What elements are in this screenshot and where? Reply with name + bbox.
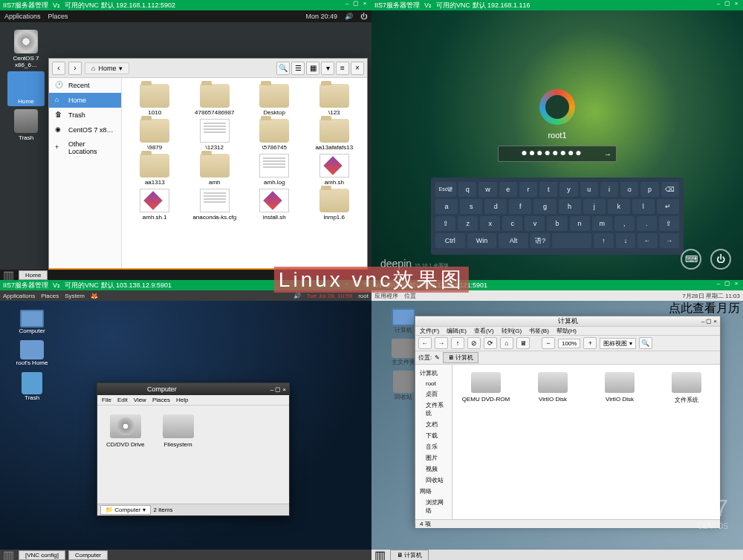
- sidebar-item[interactable]: 视频: [415, 463, 452, 475]
- key[interactable]: Esc键: [435, 182, 456, 197]
- key[interactable]: o: [620, 182, 638, 197]
- apps-menu[interactable]: Applications: [3, 293, 35, 299]
- file-item[interactable]: \9879: [128, 119, 182, 151]
- key[interactable]: Alt: [499, 233, 528, 248]
- loc-edit-btn[interactable]: ✎: [435, 354, 440, 361]
- clock[interactable]: Mon 20:49: [305, 13, 337, 20]
- file-item[interactable]: aa1313: [128, 154, 182, 186]
- key[interactable]: h: [559, 199, 581, 214]
- file-item[interactable]: \5786745: [247, 119, 302, 151]
- file-item[interactable]: amh.sh.1: [128, 189, 182, 221]
- system-menu[interactable]: System: [65, 293, 85, 299]
- search-btn[interactable]: 🔍: [639, 337, 652, 349]
- close-btn[interactable]: ×: [361, 0, 369, 7]
- sidebar-item[interactable]: 浏览网络: [415, 497, 452, 516]
- key[interactable]: m: [592, 216, 612, 231]
- task-computer[interactable]: Computer: [68, 550, 108, 560]
- key[interactable]: ⇧: [435, 216, 455, 231]
- fwd-btn[interactable]: ›: [68, 62, 82, 75]
- key[interactable]: a: [435, 199, 458, 214]
- max-btn[interactable]: ▢: [724, 280, 731, 287]
- key[interactable]: ⌫: [661, 182, 679, 197]
- sidebar-home[interactable]: ⌂Home: [49, 93, 121, 108]
- max-btn[interactable]: ▢: [724, 0, 731, 7]
- places-menu[interactable]: Places: [48, 13, 68, 20]
- menu-bookmark[interactable]: 书签(B): [529, 327, 549, 335]
- close-btn[interactable]: ×: [282, 386, 286, 393]
- key[interactable]: [552, 233, 591, 248]
- grid-view-btn[interactable]: ▦: [306, 62, 319, 75]
- max-btn[interactable]: ▢: [275, 386, 281, 393]
- file-item[interactable]: \123: [308, 84, 362, 116]
- key[interactable]: t: [539, 182, 557, 197]
- back-btn[interactable]: ‹: [52, 62, 65, 75]
- menu-view[interactable]: 查看(V): [474, 327, 494, 335]
- path-bar[interactable]: ⌂Home▾: [85, 62, 129, 74]
- volume-icon[interactable]: 🔊: [345, 13, 353, 20]
- drive-item[interactable]: QEMU DVD-ROM: [460, 372, 512, 512]
- menu-edit[interactable]: Edit: [117, 397, 128, 403]
- back-btn[interactable]: ←: [418, 337, 432, 349]
- desktop-trash[interactable]: Trash: [7, 109, 45, 141]
- menu-btn[interactable]: ▾: [321, 62, 334, 75]
- key[interactable]: v: [525, 216, 545, 231]
- key[interactable]: z: [458, 216, 478, 231]
- key[interactable]: w: [478, 182, 496, 197]
- sidebar-item[interactable]: 图片: [415, 452, 452, 463]
- key[interactable]: .: [637, 216, 657, 231]
- key[interactable]: s: [460, 199, 482, 214]
- task-vnc[interactable]: [VNC config]: [19, 550, 65, 560]
- min-btn[interactable]: –: [701, 318, 704, 325]
- key[interactable]: p: [640, 182, 658, 197]
- clock[interactable]: 7月28日 星期二 11:03: [682, 292, 740, 300]
- file-item[interactable]: 1010: [128, 84, 182, 116]
- drive-item[interactable]: 文件系统: [661, 372, 713, 512]
- desktop-computer[interactable]: Computer: [13, 310, 51, 334]
- key[interactable]: k: [608, 199, 630, 214]
- menu-help[interactable]: Help: [176, 397, 188, 403]
- power-btn[interactable]: ⏻: [710, 249, 731, 270]
- show-desktop-btn[interactable]: ▥: [3, 548, 14, 561]
- key[interactable]: l: [632, 199, 655, 214]
- menu-go[interactable]: 转到(G): [502, 327, 522, 335]
- firefox-icon[interactable]: 🦊: [91, 293, 98, 299]
- keyboard-btn[interactable]: ⌨: [681, 249, 701, 270]
- key[interactable]: ←: [637, 233, 657, 248]
- file-item[interactable]: lnmp1.6: [308, 189, 362, 221]
- key[interactable]: u: [580, 182, 598, 197]
- user-avatar[interactable]: [539, 89, 575, 125]
- close-window-btn[interactable]: ×: [351, 62, 364, 75]
- list-view-btn[interactable]: ☰: [291, 62, 305, 75]
- min-btn[interactable]: –: [715, 280, 722, 287]
- submit-arrow-icon[interactable]: →: [604, 150, 613, 158]
- key[interactable]: g: [533, 199, 556, 214]
- menu-help[interactable]: 帮助(H): [557, 327, 577, 335]
- menu-file[interactable]: 文件(F): [420, 327, 439, 335]
- drive-item[interactable]: VirtIO Disk: [527, 372, 579, 512]
- key[interactable]: 语?: [531, 233, 550, 248]
- task-fm[interactable]: 🖥 计算机: [390, 550, 429, 561]
- key[interactable]: Win: [467, 233, 497, 248]
- sidebar-item[interactable]: 回收站: [415, 475, 452, 486]
- min-btn[interactable]: –: [715, 0, 722, 7]
- key[interactable]: Ctrl: [435, 233, 465, 248]
- file-item[interactable]: anaconda-ks.cfg: [188, 189, 242, 221]
- close-btn[interactable]: ×: [733, 280, 740, 287]
- key[interactable]: ,: [614, 216, 635, 231]
- sidebar-item[interactable]: 文件系统: [415, 400, 452, 419]
- key[interactable]: c: [502, 216, 522, 231]
- file-item[interactable]: install.sh: [247, 189, 302, 221]
- file-item[interactable]: Desktop: [247, 84, 302, 116]
- sidebar-item[interactable]: 下载: [415, 430, 452, 441]
- file-item[interactable]: amh: [188, 154, 242, 186]
- menu-view[interactable]: View: [134, 397, 146, 403]
- sidebar-item[interactable]: 音乐: [415, 441, 452, 452]
- apps-menu[interactable]: Applications: [4, 13, 41, 20]
- show-desktop-btn[interactable]: ▥: [3, 268, 14, 281]
- reload-btn[interactable]: ⟳: [484, 337, 497, 349]
- file-item[interactable]: amh.sh: [308, 154, 362, 186]
- menu-edit[interactable]: 编辑(E): [447, 327, 467, 335]
- zoom-in-btn[interactable]: +: [583, 337, 597, 349]
- home-btn[interactable]: ⌂: [500, 337, 513, 349]
- user-label[interactable]: root: [358, 293, 369, 299]
